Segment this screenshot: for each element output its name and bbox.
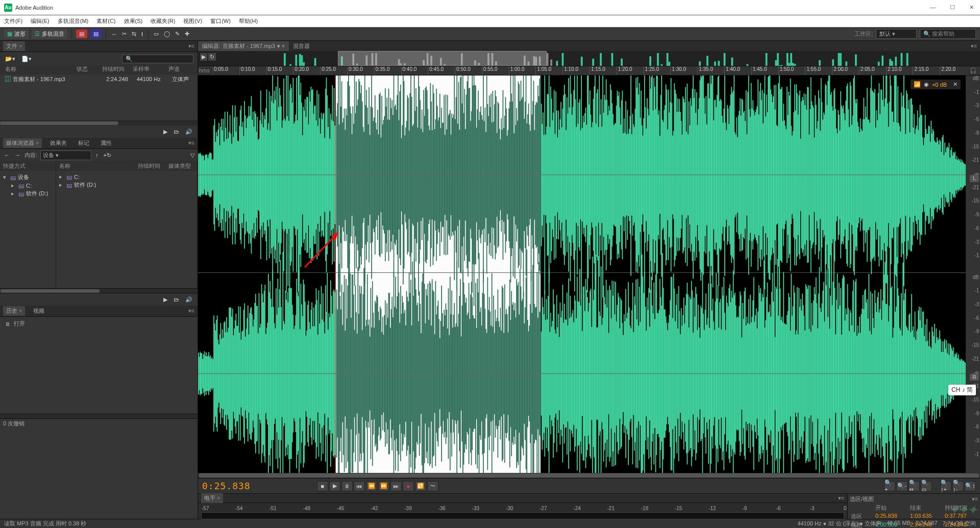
- zoom-out-time-icon[interactable]: 🔍-: [896, 481, 908, 491]
- col-shortcut[interactable]: 快捷方式: [3, 162, 26, 170]
- razor-tool-icon[interactable]: ✂: [121, 30, 128, 38]
- files-search-input[interactable]: 🔍: [122, 55, 193, 63]
- workspace-select[interactable]: 默认 ▾: [876, 29, 917, 39]
- col-channels[interactable]: 声道: [168, 65, 189, 74]
- waveform-mode-button[interactable]: ▦波形: [4, 29, 29, 39]
- tree-item[interactable]: ▸🖴软件 (D:): [58, 181, 195, 189]
- history-item[interactable]: 🗎打开: [2, 319, 195, 329]
- time-ruler[interactable]: hms 0:05.00:10.00:15.00:20.00:25.00:30.0…: [198, 66, 980, 76]
- panel-menu-icon[interactable]: ▾≡: [188, 43, 194, 49]
- panel-menu-icon[interactable]: ▾≡: [188, 140, 194, 146]
- sel-end[interactable]: 1:03.635: [910, 513, 941, 520]
- content-select[interactable]: 设备 ▾: [40, 150, 91, 160]
- col-name[interactable]: 名称: [5, 65, 77, 74]
- filter-icon[interactable]: ▽: [190, 152, 194, 159]
- browser-back-icon[interactable]: ←: [3, 151, 11, 159]
- pause-button[interactable]: ⏸: [341, 481, 353, 491]
- autoplay-icon[interactable]: 🔊: [184, 295, 193, 304]
- panel-menu-icon[interactable]: ▾≡: [968, 43, 980, 49]
- zoom-reset-amp-icon[interactable]: 🔍↕: [965, 481, 976, 491]
- tab-files[interactable]: 文件: [3, 41, 25, 51]
- minimize-button[interactable]: —: [928, 2, 938, 13]
- menu-favorites[interactable]: 收藏夹(R): [151, 17, 175, 25]
- menu-clip[interactable]: 素材(C): [96, 17, 115, 25]
- heal-tool-icon[interactable]: ✚: [184, 30, 190, 38]
- browser-h-scrollbar[interactable]: [0, 288, 198, 293]
- slip-tool-icon[interactable]: ⇆: [131, 30, 137, 38]
- spectral-pitch-button[interactable]: ▤: [90, 30, 102, 38]
- forward-button[interactable]: ⏩: [378, 481, 389, 491]
- tab-sel-view[interactable]: 选区/视图: [850, 495, 874, 503]
- menu-file[interactable]: 文件(F): [4, 17, 22, 25]
- spectral-freq-button[interactable]: ▤: [76, 30, 87, 38]
- maximize-button[interactable]: ☐: [948, 2, 957, 13]
- col-media[interactable]: 媒体类型: [168, 162, 194, 170]
- skip-sel-button[interactable]: ⤳: [427, 481, 438, 491]
- play-preview-icon[interactable]: ▶: [162, 128, 168, 136]
- overview-stop-icon[interactable]: ↻: [208, 53, 216, 61]
- search-help-input[interactable]: 🔍 搜索帮助: [920, 29, 976, 39]
- tab-properties[interactable]: 属性: [97, 138, 115, 148]
- overview-play-icon[interactable]: ▶: [200, 53, 207, 61]
- time-select-tool-icon[interactable]: I: [140, 30, 144, 38]
- close-button[interactable]: ✕: [967, 2, 976, 13]
- loop-preview-icon[interactable]: 🗁: [173, 128, 180, 136]
- overview-waveform[interactable]: ▶ ↻: [198, 51, 980, 66]
- menu-effects[interactable]: 效果(S): [124, 17, 143, 25]
- col-srate[interactable]: 采样率: [133, 65, 168, 74]
- col-duration[interactable]: 持续时间: [102, 65, 133, 74]
- tab-editor[interactable]: 编辑器: 音频素材 - 1967.mp3 ▾ ×: [198, 41, 289, 51]
- panel-menu-icon[interactable]: ▾≡: [972, 496, 978, 502]
- zoom-sel-icon[interactable]: 🔍▭: [921, 481, 932, 491]
- level-meter[interactable]: -57-54-51-48-45-42-39-36-33-30-27-24-21-…: [201, 512, 844, 519]
- editor-h-scrollbar[interactable]: [198, 473, 980, 478]
- tab-levels[interactable]: 电平: [201, 493, 223, 503]
- record-button[interactable]: ●: [403, 481, 414, 491]
- go-end-button[interactable]: ⏭: [390, 481, 402, 491]
- menu-multitrack[interactable]: 多轨混音(M): [58, 17, 89, 25]
- play-preview-icon[interactable]: ▶: [162, 295, 168, 304]
- go-start-button[interactable]: ⏮: [354, 481, 365, 491]
- files-h-scrollbar[interactable]: [0, 120, 198, 125]
- tab-mixer[interactable]: 混音器: [289, 41, 314, 51]
- move-tool-icon[interactable]: ↔: [110, 30, 118, 38]
- tree-item[interactable]: ▸🖴C:: [58, 173, 195, 181]
- browser-up-icon[interactable]: ↑: [94, 151, 100, 159]
- brush-tool-icon[interactable]: ✎: [174, 30, 181, 38]
- zoom-full-icon[interactable]: 🔍⇔: [909, 481, 920, 491]
- hud-close-icon[interactable]: ✕: [953, 81, 958, 88]
- menu-view[interactable]: 视图(V): [183, 17, 202, 25]
- hud-amount[interactable]: +0 dB: [932, 82, 947, 88]
- volume-hud[interactable]: 📶 ◉ +0 dB ✕: [911, 80, 961, 89]
- zoom-out-amp-icon[interactable]: 🔍↕-: [952, 481, 964, 491]
- browser-refresh-icon[interactable]: +↻: [103, 151, 112, 160]
- browser-fwd-icon[interactable]: →: [14, 151, 21, 159]
- lasso-tool-icon[interactable]: ◯: [163, 30, 171, 38]
- waveform-display[interactable]: 📶 ◉ +0 dB ✕: [198, 76, 966, 473]
- tree-item[interactable]: ▾🖴设备: [2, 173, 54, 182]
- play-button[interactable]: ▶: [329, 481, 340, 491]
- tab-video[interactable]: 视频: [30, 306, 47, 316]
- panel-menu-icon[interactable]: ▾≡: [838, 495, 844, 501]
- tab-effects-rack[interactable]: 效果夹: [47, 138, 70, 148]
- import-file-icon[interactable]: 📄▾: [20, 55, 33, 63]
- zoom-in-amp-icon[interactable]: 🔍↕+: [940, 481, 951, 491]
- headphone-icon[interactable]: 🎧: [967, 66, 980, 75]
- stop-button[interactable]: ■: [317, 481, 328, 491]
- ime-indicator[interactable]: CH ♪ 简: [948, 385, 976, 395]
- col-dur[interactable]: 持续时间: [138, 162, 168, 170]
- tab-media-browser[interactable]: 媒体浏览器: [3, 138, 42, 148]
- sel-start[interactable]: 0:25.838: [875, 513, 906, 520]
- zoom-in-time-icon[interactable]: 🔍+: [884, 481, 895, 491]
- menu-help[interactable]: 帮助(H): [239, 17, 258, 25]
- rewind-button[interactable]: ⏪: [366, 481, 377, 491]
- menu-window[interactable]: 窗口(W): [210, 17, 231, 25]
- file-row[interactable]: ⿲ 音频素材 - 1967.mp3 2:24.248 44100 Hz 立体声: [0, 74, 198, 84]
- col-name[interactable]: 名称: [59, 162, 138, 170]
- channel-badge-r[interactable]: R: [970, 373, 979, 381]
- tab-markers[interactable]: 标记: [75, 138, 92, 148]
- menu-edit[interactable]: 编辑(E): [31, 17, 50, 25]
- tree-item[interactable]: ▸🖴C:: [2, 182, 54, 189]
- tab-history[interactable]: 历史: [3, 306, 25, 316]
- open-file-icon[interactable]: 📂▾: [4, 55, 16, 63]
